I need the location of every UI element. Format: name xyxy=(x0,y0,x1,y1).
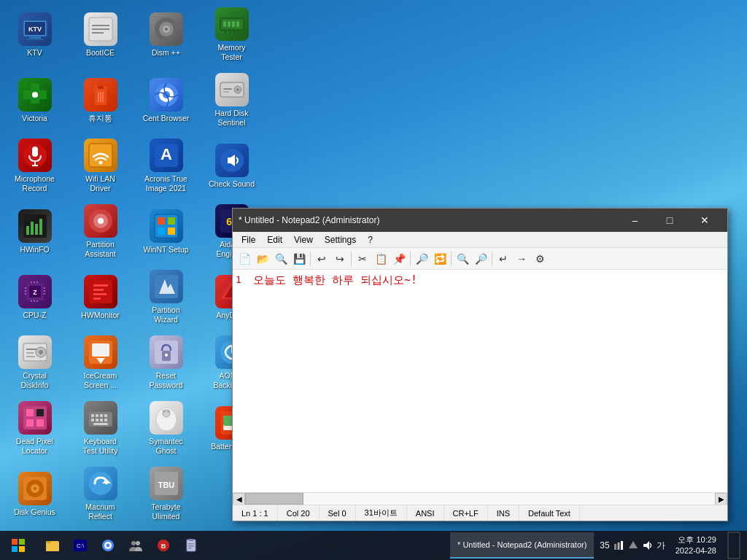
svg-point-141 xyxy=(107,544,110,548)
status-bytes: 31바이트 xyxy=(356,505,407,521)
icon-memory-tester[interactable]: MemoryTester xyxy=(201,4,263,66)
toolbar-new[interactable]: 📄 xyxy=(236,250,253,268)
minimize-button[interactable]: ‒ xyxy=(618,210,651,230)
menu-settings[interactable]: Settings xyxy=(319,234,362,246)
taskbar-active-window[interactable]: * Untitled - Notepad2 (Administrator) xyxy=(450,532,594,559)
taskbar-cmd[interactable]: C:\ xyxy=(67,532,93,559)
toolbar-undo[interactable]: ↩ xyxy=(313,250,330,268)
svg-point-87 xyxy=(39,350,43,354)
toolbar-find[interactable]: 🔎 xyxy=(413,250,430,268)
icon-hard-disk[interactable]: Hard DiskSentinel xyxy=(201,69,263,131)
icon-cpuz[interactable]: Z CPU-Z xyxy=(4,266,66,328)
svg-rect-19 xyxy=(229,30,231,33)
icon-hujitol[interactable]: 휴지통 xyxy=(69,69,131,131)
menu-file[interactable]: File xyxy=(236,234,261,246)
icon-acronis[interactable]: A Acronis TrueImage 2021 xyxy=(135,135,197,197)
menu-edit[interactable]: Edit xyxy=(261,234,288,246)
sys-tray-number: 35 xyxy=(600,540,609,551)
show-desktop-button[interactable] xyxy=(727,531,741,560)
toolbar-paste[interactable]: 📌 xyxy=(390,250,408,268)
icon-macrium[interactable]: MacriumReflect xyxy=(69,463,131,525)
icon-terabyte[interactable]: TBU TerabyteUlimited xyxy=(135,463,197,525)
symantec-icon xyxy=(150,401,183,435)
microphone-icon xyxy=(18,139,52,172)
notepad-scrollbar-horizontal[interactable]: ◀ ▶ xyxy=(233,492,727,505)
icon-victoria[interactable]: Victoria xyxy=(4,69,66,131)
taskbar-browser[interactable] xyxy=(95,532,121,559)
toolbar-wrap[interactable]: ↵ xyxy=(495,250,512,268)
svg-rect-17 xyxy=(236,21,239,27)
toolbar-sep-3 xyxy=(410,252,411,266)
notepad-toolbar: 📄 📂 🔍 💾 ↩ ↪ ✂ 📋 📌 🔎 🔁 🔍 🔎 ↵ → ⚙ xyxy=(233,248,727,270)
taskbar-clipboard[interactable] xyxy=(178,532,204,559)
notepad-statusbar: Ln 1 : 1 Col 20 Sel 0 31바이트 ANSI CR+LF I… xyxy=(233,505,727,521)
toolbar-redo[interactable]: ↪ xyxy=(331,250,349,268)
taskbar-file-explorer[interactable] xyxy=(39,532,66,559)
icon-icecream-screen[interactable]: IceCreamScreen ... xyxy=(69,332,131,394)
start-button[interactable] xyxy=(0,531,36,560)
toolbar-indent[interactable]: → xyxy=(513,250,530,268)
icon-partition-wizard[interactable]: PartitionWizard xyxy=(135,266,197,328)
icon-keyboard-test[interactable]: KeyboardTest Utility xyxy=(69,397,131,459)
taskbar-red-app[interactable]: B xyxy=(150,532,177,559)
menu-help[interactable]: ? xyxy=(362,234,379,246)
svg-rect-106 xyxy=(96,414,98,417)
crystal-diskinfo-icon xyxy=(18,335,52,369)
icon-partition-assistant[interactable]: PartitionAssistant xyxy=(69,201,131,262)
icon-hwmonitor[interactable]: HWMonitor xyxy=(69,266,131,328)
icon-reset-password[interactable]: ResetPassword xyxy=(135,332,197,394)
toolbar-cut[interactable]: ✂ xyxy=(354,250,371,268)
svg-rect-152 xyxy=(617,542,619,550)
toolbar-save[interactable]: 💾 xyxy=(290,250,308,268)
maximize-button[interactable]: □ xyxy=(653,210,686,230)
winnt-label: WinNT Setup xyxy=(143,245,188,254)
svg-text:KTV: KTV xyxy=(28,26,42,33)
check-sound-icon xyxy=(215,144,249,177)
icon-check-sound[interactable]: Check Sound xyxy=(201,135,263,197)
keyboard-lang: 가 xyxy=(657,540,665,552)
menu-view[interactable]: View xyxy=(288,234,319,246)
toolbar-zoom-out[interactable]: 🔎 xyxy=(472,250,489,268)
svg-rect-109 xyxy=(91,419,94,421)
svg-marker-154 xyxy=(629,541,638,548)
icon-crystal-diskinfo[interactable]: CrystalDiskInfo xyxy=(4,332,66,394)
scrollbar-track[interactable] xyxy=(245,493,715,505)
icon-hwinfo[interactable]: HWinFO xyxy=(4,201,66,262)
cent-browser-icon xyxy=(150,78,183,112)
toolbar-open[interactable]: 📂 xyxy=(254,250,271,268)
toolbar-replace[interactable]: 🔁 xyxy=(431,250,449,268)
close-button[interactable]: ✕ xyxy=(688,210,721,230)
icon-ktv[interactable]: KTV KTV xyxy=(4,4,66,66)
toolbar-zoom-in[interactable]: 🔍 xyxy=(454,250,471,268)
scroll-right-button[interactable]: ▶ xyxy=(715,493,727,505)
system-clock[interactable]: 오후 10:29 2022-04-28 xyxy=(670,534,722,557)
hard-disk-icon xyxy=(215,73,249,106)
icon-disk-genius[interactable]: Disk Genius xyxy=(4,463,66,525)
partition-assistant-icon xyxy=(84,204,117,238)
svg-rect-89 xyxy=(26,352,34,354)
scrollbar-thumb[interactable] xyxy=(245,493,303,505)
icon-dead-pixel[interactable]: Dead PixelLocator xyxy=(4,397,66,459)
icon-bootice[interactable]: BootICE xyxy=(69,4,131,66)
toolbar-settings[interactable]: ⚙ xyxy=(531,250,549,268)
svg-rect-74 xyxy=(34,300,35,302)
notepad-titlebar[interactable]: * Untitled - Notepad2 (Administrator) ‒ … xyxy=(233,209,727,232)
icon-cent-browser[interactable]: Cent Browser xyxy=(135,69,197,131)
svg-rect-79 xyxy=(93,289,104,291)
toolbar-copy[interactable]: 📋 xyxy=(372,250,390,268)
keyboard-test-label: KeyboardTest Utility xyxy=(83,437,118,455)
svg-rect-48 xyxy=(26,226,29,235)
icon-winnt[interactable]: WinNT Setup xyxy=(135,201,197,262)
notepad-text-content[interactable]: 오늘도 행복한 하루 되십시오~! xyxy=(239,273,417,287)
svg-rect-153 xyxy=(621,541,623,550)
icon-symantec[interactable]: SymantecGhost xyxy=(135,397,197,459)
notepad-content[interactable]: 1 오늘도 행복한 하루 되십시오~! xyxy=(233,270,727,492)
svg-text:TBU: TBU xyxy=(158,481,174,489)
taskbar-users[interactable] xyxy=(123,532,149,559)
icon-dism[interactable]: Dism ++ xyxy=(135,4,197,66)
symantec-label: SymantecGhost xyxy=(149,437,183,455)
scroll-left-button[interactable]: ◀ xyxy=(233,493,245,505)
icon-microphone[interactable]: MicrophoneRecord xyxy=(4,135,66,197)
toolbar-search[interactable]: 🔍 xyxy=(272,250,290,268)
icon-wifi[interactable]: Wifi LANDriver xyxy=(69,135,131,197)
